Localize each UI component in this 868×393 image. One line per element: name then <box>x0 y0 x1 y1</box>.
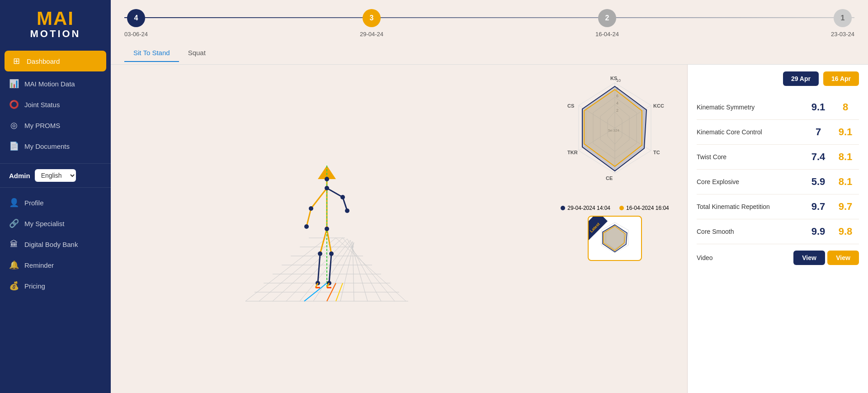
my-specialist-icon: 🔗 <box>9 218 19 228</box>
main-content: 4 03-06-24 3 29-04-24 2 16-04-24 1 23-03… <box>111 0 868 393</box>
language-select[interactable]: English French Spanish German <box>35 169 76 182</box>
admin-label: Admin <box>9 172 30 180</box>
svg-text:TKR: TKR <box>567 150 578 155</box>
svg-point-38 <box>304 224 309 229</box>
timeline-date-3: 29-04-24 <box>360 31 383 38</box>
sidebar-item-digital-body-bank[interactable]: 🏛 Digital Body Bank <box>0 234 111 255</box>
stat-val1-3: 5.9 <box>805 176 832 188</box>
stat-label-4: Total Kinematic Repetition <box>697 203 805 210</box>
svg-point-42 <box>318 251 322 256</box>
sidebar: MAI MOTION ⊞ Dashboard 📊 MAI Motion Data… <box>0 0 111 393</box>
video-label: Video <box>697 254 791 261</box>
tab-sit-to-stand[interactable]: Sit To Stand <box>124 44 179 62</box>
svg-point-36 <box>325 186 329 190</box>
timeline-date-4: 03-06-24 <box>124 31 148 38</box>
svg-point-44 <box>329 251 334 256</box>
timeline-item-1[interactable]: 1 23-03-24 <box>831 9 854 38</box>
sidebar-item-my-documents[interactable]: 📄 My Documents <box>0 136 111 156</box>
sidebar-item-profile[interactable]: 👤 Profile <box>0 192 111 213</box>
digital-body-bank-icon: 🏛 <box>9 239 19 249</box>
sidebar-item-reminder[interactable]: 🔔 Reminder <box>0 255 111 275</box>
admin-section: Admin English French Spanish German <box>0 163 111 188</box>
video-view-btn-navy[interactable]: View <box>793 251 825 265</box>
stat-val2-5: 9.8 <box>832 226 859 237</box>
svg-line-20 <box>336 238 406 301</box>
sidebar-item-joint-status[interactable]: ⭕ Joint Status <box>0 94 111 115</box>
stat-val1-1: 7 <box>805 126 832 138</box>
sidebar-item-label-my-documents: My Documents <box>24 142 70 150</box>
stat-label-2: Twist Core <box>697 153 805 161</box>
sidebar-item-label-mai-motion-data: MAI Motion Data <box>24 80 75 88</box>
svg-point-41 <box>325 227 329 231</box>
svg-line-30 <box>320 229 327 254</box>
profile-icon: 👤 <box>9 198 19 208</box>
timeline-item-2[interactable]: 2 16-04-24 <box>595 9 619 38</box>
stat-val2-3: 8.1 <box>832 176 859 188</box>
stat-val2-2: 8.1 <box>832 151 859 163</box>
sidebar-item-my-specialist[interactable]: 🔗 My Specialist <box>0 213 111 234</box>
radar-chart: 8 6 4 2 5e-324 KS 10 KCC TC CE TKR CS <box>552 74 678 200</box>
tabs-area: Sit To StandSquat <box>111 42 868 65</box>
radar-thumbnail[interactable]: Latest <box>588 216 642 261</box>
mai-motion-data-icon: 📊 <box>9 79 19 89</box>
timeline-circle-1: 1 <box>834 9 852 27</box>
svg-line-33 <box>329 254 331 283</box>
stat-val1-5: 9.9 <box>805 226 832 237</box>
pricing-icon: 💰 <box>9 281 19 291</box>
stat-val2-4: 9.7 <box>832 201 859 213</box>
svg-point-40 <box>345 208 349 213</box>
video-view-btn-gold[interactable]: View <box>827 251 859 265</box>
legend-item-navy: 29-04-2024 14:04 <box>561 205 610 211</box>
radar-legend: 29-04-2024 14:04 16-04-2024 16:04 <box>561 205 669 211</box>
my-proms-icon: ◎ <box>9 120 19 130</box>
sidebar-item-label-my-proms: My PROMS <box>24 122 60 129</box>
tab-squat[interactable]: Squat <box>179 44 215 62</box>
legend-dot-gold <box>619 206 624 210</box>
legend-dot-navy <box>561 206 565 210</box>
stat-row-1: Kinematic Core Control 7 9.1 <box>697 120 859 145</box>
svg-point-35 <box>325 177 329 181</box>
legend-label-gold: 16-04-2024 16:04 <box>626 205 669 211</box>
svg-line-28 <box>327 188 343 197</box>
timeline-date-1: 23-03-24 <box>831 31 854 38</box>
skeleton-figure <box>232 138 422 319</box>
stat-row-2: Twist Core 7.4 8.1 <box>697 145 859 170</box>
svg-line-26 <box>311 188 327 208</box>
sidebar-item-label-digital-body-bank: Digital Body Bank <box>24 241 78 248</box>
timeline-item-4[interactable]: 4 03-06-24 <box>124 9 148 38</box>
stat-label-5: Core Smooth <box>697 228 805 235</box>
sidebar-item-dashboard[interactable]: ⊞ Dashboard <box>5 51 106 71</box>
stat-val1-4: 9.7 <box>805 201 832 213</box>
svg-line-18 <box>347 239 381 301</box>
timeline-date-2: 16-04-24 <box>595 31 619 38</box>
sidebar-item-my-proms[interactable]: ◎ My PROMS <box>0 115 111 136</box>
sidebar-item-label-dashboard: Dashboard <box>27 57 60 65</box>
legend-label-navy: 29-04-2024 14:04 <box>567 205 610 211</box>
date-btn-29-apr[interactable]: 29 Apr <box>783 71 819 86</box>
timeline-items: 4 03-06-24 3 29-04-24 2 16-04-24 1 23-03… <box>124 9 854 38</box>
svg-point-37 <box>309 206 313 211</box>
stat-row-0: Kinematic Symmetry 9.1 8 <box>697 95 859 120</box>
video-row: Video View View <box>697 244 859 271</box>
legend-item-gold: 16-04-2024 16:04 <box>619 205 669 211</box>
logo-mai: MAI <box>9 9 102 28</box>
stat-label-3: Core Explosive <box>697 178 805 185</box>
timeline-circle-2: 2 <box>598 9 616 27</box>
svg-line-19 <box>343 238 395 301</box>
stats-rows: Kinematic Symmetry 9.1 8 Kinematic Core … <box>697 95 859 244</box>
content-body: 8 6 4 2 5e-324 KS 10 KCC TC CE TKR CS <box>111 65 868 393</box>
stat-val2-0: 8 <box>832 101 859 113</box>
sidebar-item-mai-motion-data[interactable]: 📊 MAI Motion Data <box>0 73 111 94</box>
timeline-item-3[interactable]: 3 29-04-24 <box>360 9 383 38</box>
logo-motion: MOTION <box>9 28 102 40</box>
stat-val2-1: 9.1 <box>832 126 859 138</box>
stat-label-0: Kinematic Symmetry <box>697 104 805 111</box>
stat-val1-2: 7.4 <box>805 151 832 163</box>
sidebar-item-label-my-specialist: My Specialist <box>24 220 64 227</box>
sidebar-item-pricing[interactable]: 💰 Pricing <box>0 275 111 296</box>
timeline-circle-3: 3 <box>363 9 381 27</box>
date-btn-16-apr[interactable]: 16 Apr <box>823 71 859 86</box>
svg-text:KCC: KCC <box>653 103 664 109</box>
stat-row-4: Total Kinematic Repetition 9.7 9.7 <box>697 194 859 219</box>
my-documents-icon: 📄 <box>9 141 19 151</box>
